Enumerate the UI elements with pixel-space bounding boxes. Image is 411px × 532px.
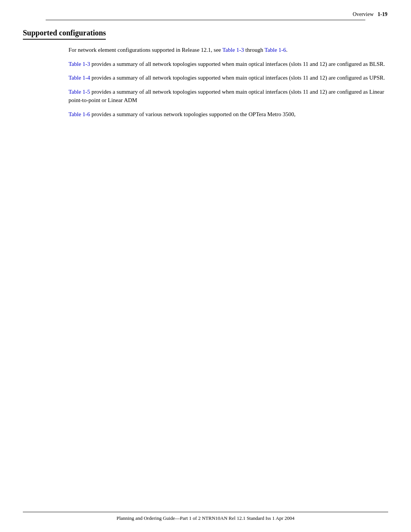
intro-after: . (286, 47, 288, 53)
intro-text-before: For network element configurations suppo… (68, 47, 222, 53)
header-rule (46, 20, 365, 20)
table16-link-intro[interactable]: Table 1-6 (264, 47, 286, 53)
footer-rule (23, 512, 388, 512)
intro-between: through (244, 47, 264, 53)
intro-paragraph: For network element configurations suppo… (68, 46, 387, 54)
content-area: Supported configurations For network ele… (23, 29, 387, 502)
table14-paragraph: Table 1-4 provides a summary of all netw… (68, 73, 387, 82)
table15-link[interactable]: Table 1-5 (68, 89, 90, 95)
table14-link[interactable]: Table 1-4 (68, 75, 90, 81)
table13-text: provides a summary of all network topolo… (90, 61, 385, 67)
table16-link[interactable]: Table 1-6 (68, 111, 90, 117)
header: Overview 1-19 (353, 11, 387, 18)
page-number: 1-19 (378, 11, 387, 17)
page: Overview 1-19 Supported configurations F… (0, 0, 411, 532)
table16-text: provides a summary of various network to… (90, 111, 296, 117)
table13-link[interactable]: Table 1-3 (68, 61, 90, 67)
overview-label: Overview (353, 11, 374, 17)
section-title: Supported configurations (23, 29, 106, 40)
table16-paragraph: Table 1-6 provides a summary of various … (68, 110, 387, 119)
footer-text: Planning and Ordering Guide—Part 1 of 2 … (0, 515, 411, 521)
table14-text: provides a summary of all network topolo… (90, 75, 385, 81)
table15-paragraph: Table 1-5 provides a summary of all netw… (68, 88, 387, 105)
table13-link-intro[interactable]: Table 1-3 (222, 47, 244, 53)
indented-block: For network element configurations suppo… (68, 46, 387, 118)
table15-text: provides a summary of all network topolo… (68, 89, 384, 104)
table13-paragraph: Table 1-3 provides a summary of all netw… (68, 60, 387, 69)
